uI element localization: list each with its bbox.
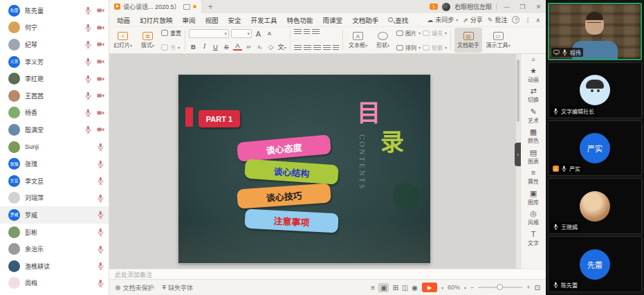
camera-muted-icon[interactable] bbox=[97, 91, 104, 100]
ribbon-tab[interactable]: 特色功能 bbox=[282, 15, 318, 25]
new-slide-button[interactable]: + 幻灯片▾ bbox=[111, 28, 134, 53]
textbox-button[interactable]: A 文本框▾ bbox=[347, 28, 369, 53]
mic-muted-icon[interactable] bbox=[84, 6, 92, 15]
ribbon-tab[interactable]: 审阅 bbox=[178, 15, 201, 25]
participant-row[interactable]: 刘瑞萍 bbox=[0, 190, 109, 207]
zoom-in-button[interactable]: + bbox=[526, 284, 530, 291]
mic-muted-icon[interactable] bbox=[84, 125, 92, 134]
mic-muted-icon[interactable] bbox=[84, 24, 92, 32]
numbering-icon[interactable] bbox=[304, 29, 310, 35]
participant-row[interactable]: 张瑰 张瑰 bbox=[0, 155, 109, 172]
shapes-button[interactable]: 形状▾ bbox=[371, 28, 394, 53]
zoom-slider[interactable] bbox=[478, 287, 522, 288]
participant-row[interactable]: 义芳 李义芳 bbox=[0, 53, 109, 71]
font-size-select[interactable]: ▾ bbox=[231, 29, 252, 38]
find-button[interactable]: 查找 bbox=[383, 15, 413, 25]
zoom-slider-thumb[interactable] bbox=[497, 284, 503, 290]
participant-row[interactable]: 渔樵耕读 bbox=[0, 258, 109, 275]
ribbon-tab[interactable]: 动画 bbox=[112, 15, 135, 25]
subscript-button[interactable]: x₂ bbox=[255, 44, 264, 49]
participant-row[interactable]: 彭彬 bbox=[0, 224, 109, 241]
font-color-button[interactable]: A bbox=[233, 42, 242, 51]
mic-muted-icon[interactable] bbox=[84, 40, 92, 48]
layout-button[interactable]: ≣ 版式▾ bbox=[136, 28, 159, 53]
sidebar-tool-button[interactable]: ▦ 颜色 bbox=[521, 126, 546, 147]
bullets-icon[interactable] bbox=[294, 29, 302, 35]
fit-slide-button[interactable]: ⊡ bbox=[535, 284, 540, 292]
grow-font-button[interactable]: A bbox=[254, 30, 263, 38]
part-label[interactable]: PART 1 bbox=[199, 110, 240, 127]
participant-row[interactable]: 周梅 bbox=[0, 275, 109, 292]
camera-muted-icon[interactable] bbox=[97, 57, 104, 66]
zoom-out-button[interactable]: − bbox=[470, 284, 474, 291]
ribbon-tab[interactable]: 安全 bbox=[223, 15, 246, 25]
toc-banner[interactable]: 注意事项 bbox=[244, 208, 338, 233]
doc-assistant-button[interactable]: ▤ 文档助手 bbox=[454, 28, 482, 53]
mic-muted-icon[interactable] bbox=[84, 57, 92, 66]
ribbon-tab[interactable]: 开发工具 bbox=[246, 15, 282, 25]
picture-button[interactable]: 图片▾ bbox=[396, 29, 421, 37]
participant-row[interactable]: 何宁 bbox=[0, 19, 109, 37]
minimize-button[interactable]: — bbox=[501, 3, 513, 10]
view-mode-icon[interactable]: ▣ bbox=[378, 283, 389, 292]
present-tools-button[interactable]: ▭ 演示工具▾ bbox=[484, 28, 512, 53]
toc-banner[interactable]: 谈心态度 bbox=[237, 134, 331, 162]
sidebar-tool-button[interactable]: ▤ 图表 bbox=[521, 146, 546, 167]
account-avatar[interactable] bbox=[442, 3, 450, 11]
protection-status[interactable]: ⊗文档未保护 bbox=[115, 283, 154, 292]
slide-canvas[interactable]: PART 1 目 录 CONTENTS 谈心态度谈心结构谈心技巧注意事项 bbox=[109, 54, 520, 269]
sidebar-tool-button[interactable]: ★ 动画 bbox=[521, 64, 546, 85]
mic-muted-icon[interactable] bbox=[84, 91, 92, 100]
missing-font-status[interactable]: T缺失字体 bbox=[162, 283, 193, 292]
outline-button[interactable]: 轮廓▾ bbox=[423, 44, 447, 51]
slide-title-char-2[interactable]: 录 bbox=[380, 123, 404, 157]
view-mode-icon[interactable]: ◉ bbox=[412, 284, 418, 292]
view-mode-icon[interactable]: ⊞ bbox=[392, 284, 398, 292]
justify-icon[interactable] bbox=[323, 45, 331, 51]
camera-muted-icon[interactable] bbox=[97, 75, 104, 83]
section-button[interactable]: 节▾ bbox=[161, 44, 181, 51]
superscript-button[interactable]: x² bbox=[244, 44, 253, 49]
video-tile[interactable]: 文字编辑社长 bbox=[548, 62, 642, 118]
sidebar-tool-button[interactable]: ⇄ 切换 bbox=[521, 85, 546, 106]
sidebar-tool-button[interactable]: T 文字 bbox=[521, 228, 546, 249]
bold-button[interactable]: B bbox=[189, 43, 198, 51]
slideshow-play-button[interactable]: ▶ bbox=[422, 283, 437, 292]
video-tile[interactable]: 程伟 bbox=[548, 3, 642, 60]
new-tab-button[interactable]: + bbox=[201, 1, 221, 12]
collapse-ribbon-button[interactable]: ∧ bbox=[535, 17, 540, 24]
align-right-icon[interactable] bbox=[313, 45, 321, 51]
more-menu-button[interactable]: ⋮ bbox=[524, 17, 531, 24]
reset-button[interactable]: 重置 bbox=[161, 29, 181, 37]
view-mode-icon[interactable]: ◫ bbox=[402, 284, 408, 292]
panel-collapse-handle[interactable]: › bbox=[515, 143, 521, 166]
mic-muted-icon[interactable] bbox=[97, 143, 104, 151]
ribbon-tab[interactable]: 文档助手 bbox=[347, 15, 383, 25]
account-name[interactable]: 右眼相信左眼 bbox=[454, 2, 492, 11]
text-tool-button[interactable]: 文▾ bbox=[277, 42, 286, 51]
mic-muted-icon[interactable] bbox=[97, 194, 104, 202]
mic-muted-icon[interactable] bbox=[97, 160, 104, 168]
toc-banner[interactable]: 谈心技巧 bbox=[237, 183, 331, 208]
video-tile[interactable]: 严实 人 严实 bbox=[548, 120, 642, 177]
camera-muted-icon[interactable] bbox=[97, 24, 104, 32]
participant-row[interactable]: Sunji bbox=[0, 138, 109, 156]
participant-row[interactable]: 杨香 bbox=[0, 105, 109, 122]
camera-muted-icon[interactable] bbox=[97, 6, 104, 15]
arrange-button[interactable]: 排列▾ bbox=[396, 44, 421, 51]
contents-subtitle[interactable]: CONTENTS bbox=[358, 134, 367, 190]
mic-muted-icon[interactable] bbox=[97, 279, 104, 287]
strike-button[interactable]: S bbox=[222, 43, 231, 51]
notification-badge[interactable]: 1 bbox=[430, 3, 438, 10]
mic-muted-icon[interactable] bbox=[97, 177, 104, 185]
restore-button[interactable]: ❐ bbox=[517, 3, 528, 10]
play-options-caret[interactable]: ▾ bbox=[441, 285, 443, 290]
camera-muted-icon[interactable] bbox=[97, 40, 104, 48]
sidebar-tool-button[interactable]: ▣ 图库 bbox=[521, 187, 546, 208]
participant-row[interactable]: 先蕾 陈先蕾 bbox=[0, 2, 109, 19]
mic-muted-icon[interactable] bbox=[97, 228, 104, 236]
slide-title-char-1[interactable]: 目 bbox=[357, 94, 380, 128]
camera-muted-icon[interactable] bbox=[97, 109, 104, 117]
mic-muted-icon[interactable] bbox=[84, 109, 92, 117]
sidebar-tool-button[interactable]: ✎ 艺术 bbox=[521, 105, 546, 126]
